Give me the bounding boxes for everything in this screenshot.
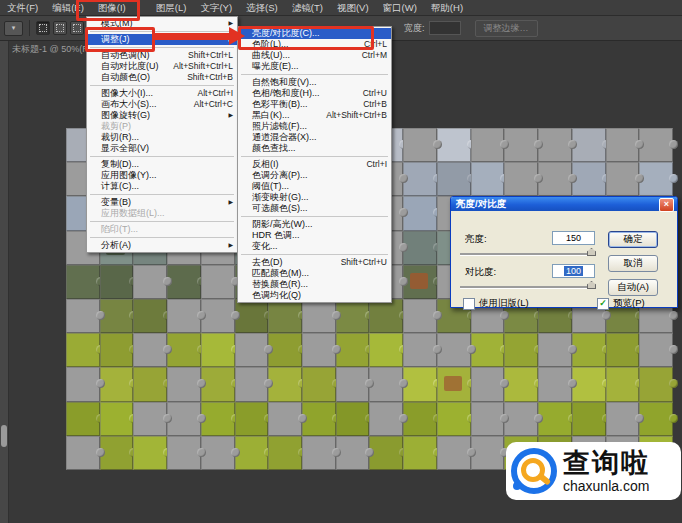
cancel-button[interactable]: 取消 (608, 255, 658, 272)
new-selection-icon[interactable] (36, 21, 50, 35)
use-legacy-label: 使用旧版(L) (479, 297, 529, 310)
menu-item-label: 裁剪(P) (101, 121, 131, 132)
tool-preset-icon[interactable]: ▾ (4, 21, 23, 36)
auto-button[interactable]: 自动(A) (608, 279, 658, 296)
puzzle-piece (572, 333, 606, 367)
menu-item-label: 匹配颜色(M)... (252, 268, 309, 279)
menu-item-label: 反相(I) (252, 159, 279, 170)
puzzle-piece (167, 367, 201, 401)
adjust-submenu-item-21[interactable]: HDR 色调... (238, 230, 391, 241)
dialog-title-bar[interactable]: 亮度/对比度 × (451, 197, 677, 211)
puzzle-piece (369, 436, 403, 470)
puzzle-piece (606, 333, 640, 367)
adjust-submenu-item-20[interactable]: 阴影/高光(W)... (238, 219, 391, 230)
magnifier-icon (511, 448, 557, 494)
refine-edge-button[interactable]: 调整边缘… (475, 20, 538, 37)
adjust-submenu-item-7[interactable]: 色相/饱和度(H)...Ctrl+U (238, 88, 391, 99)
menu-item-shortcut: Alt+Ctrl+C (184, 99, 233, 110)
adjust-submenu-item-3[interactable]: 曲线(U)...Ctrl+M (238, 50, 391, 61)
puzzle-piece (235, 436, 269, 470)
tool-icon[interactable] (1, 425, 7, 447)
puzzle-piece (201, 333, 235, 367)
adjust-submenu-item-6[interactable]: 自然饱和度(V)... (238, 77, 391, 88)
puzzle-piece (133, 436, 167, 470)
preview-checkbox[interactable]: ✓ 预览(P) (597, 297, 645, 310)
image-menu-item-10[interactable]: 画布大小(S)...Alt+Ctrl+C (87, 99, 237, 110)
annotation-arrow (153, 33, 231, 40)
adjust-submenu-item-26[interactable]: 替换颜色(R)... (238, 279, 391, 290)
preview-label: 预览(P) (613, 297, 645, 310)
menu-separator (90, 85, 234, 86)
menu-item-shortcut: Ctrl+B (353, 99, 387, 110)
adjust-submenu-item-8[interactable]: 色彩平衡(B)...Ctrl+B (238, 99, 391, 110)
puzzle-piece (167, 333, 201, 367)
adjust-submenu-item-10[interactable]: 照片滤镜(F)... (238, 121, 391, 132)
puzzle-piece (471, 128, 505, 162)
contrast-slider-thumb[interactable] (587, 281, 596, 289)
image-menu-item-13[interactable]: 裁切(R)... (87, 132, 237, 143)
adjust-submenu-item-25[interactable]: 匹配颜色(M)... (238, 268, 391, 279)
puzzle-piece (100, 299, 134, 333)
menubar-item-7[interactable]: 滤镜(T) (285, 0, 330, 15)
menu-item-label: 裁切(R)... (101, 132, 139, 143)
image-menu-item-6[interactable]: 自动对比度(U)Alt+Shift+Ctrl+L (87, 61, 237, 72)
menubar-item-10[interactable]: 帮助(H) (424, 0, 470, 15)
subtract-selection-icon[interactable] (70, 21, 84, 35)
submenu-arrow-icon: ▶ (228, 240, 233, 251)
watermark-logo[interactable]: 查询啦 chaxunla.com (506, 442, 681, 500)
adjust-submenu-item-9[interactable]: 黑白(K)...Alt+Shift+Ctrl+B (238, 110, 391, 121)
adjust-submenu-item-22[interactable]: 变化... (238, 241, 391, 252)
use-legacy-checkbox[interactable]: 使用旧版(L) (463, 297, 529, 310)
brightness-slider[interactable] (460, 253, 596, 256)
menu-item-label: 阈值(T)... (252, 181, 289, 192)
brightness-input[interactable]: 150 (552, 231, 595, 245)
menu-separator (241, 254, 388, 255)
puzzle-piece (572, 367, 606, 401)
menubar-item-1[interactable]: 文件(F) (0, 0, 45, 15)
puzzle-piece (538, 333, 572, 367)
add-selection-icon[interactable] (53, 21, 67, 35)
menubar-item-6[interactable]: 选择(S) (239, 0, 285, 15)
adjust-submenu-item-15[interactable]: 色调分离(P)... (238, 170, 391, 181)
brightness-slider-thumb[interactable] (587, 248, 596, 256)
image-menu-item-9[interactable]: 图像大小(I)...Alt+Ctrl+I (87, 88, 237, 99)
contrast-slider[interactable] (460, 286, 596, 289)
adjust-submenu-item-16[interactable]: 阈值(T)... (238, 181, 391, 192)
image-menu-item-20[interactable]: 变量(B)▶ (87, 197, 237, 208)
puzzle-piece (606, 162, 640, 196)
puzzle-piece (639, 402, 673, 436)
image-menu-item-14[interactable]: 显示全部(V) (87, 143, 237, 154)
puzzle-piece (100, 367, 134, 401)
image-menu-item-16[interactable]: 复制(D)... (87, 159, 237, 170)
menubar-item-9[interactable]: 窗口(W) (376, 0, 424, 15)
puzzle-piece (66, 367, 100, 401)
menubar-item-8[interactable]: 视图(V) (330, 0, 376, 15)
adjust-submenu-item-17[interactable]: 渐变映射(G)... (238, 192, 391, 203)
image-menu-item-11[interactable]: 图像旋转(G)▶ (87, 110, 237, 121)
image-menu-item-7[interactable]: 自动颜色(O)Shift+Ctrl+B (87, 72, 237, 83)
ok-button[interactable]: 确定 (608, 231, 658, 248)
contrast-input[interactable]: 100 (552, 264, 595, 278)
menu-item-shortcut: Shift+Ctrl+U (331, 257, 387, 268)
close-icon[interactable]: × (659, 198, 674, 212)
adjust-submenu-item-18[interactable]: 可选颜色(S)... (238, 203, 391, 214)
puzzle-piece (606, 402, 640, 436)
menubar-item-5[interactable]: 文字(Y) (193, 0, 239, 15)
width-input[interactable] (429, 21, 461, 35)
menu-item-label: 变化... (252, 241, 278, 252)
menu-item-label: 可选颜色(S)... (252, 203, 308, 214)
image-menu-item-25[interactable]: 分析(A)▶ (87, 240, 237, 251)
adjust-submenu-item-14[interactable]: 反相(I)Ctrl+I (238, 159, 391, 170)
adjust-submenu-item-11[interactable]: 通道混合器(X)... (238, 132, 391, 143)
watermark-domain: chaxunla.com (563, 479, 650, 493)
menu-item-label: 应用数据组(L)... (101, 208, 165, 219)
menubar-item-4[interactable]: 图层(L) (149, 0, 194, 15)
menu-item-label: 分析(A) (101, 240, 131, 251)
image-menu-item-18[interactable]: 计算(C)... (87, 181, 237, 192)
adjust-submenu-item-4[interactable]: 曝光度(E)... (238, 61, 391, 72)
adjust-submenu-item-27[interactable]: 色调均化(Q) (238, 290, 391, 301)
puzzle-piece (369, 402, 403, 436)
adjust-submenu-item-24[interactable]: 去色(D)Shift+Ctrl+U (238, 257, 391, 268)
adjust-submenu-item-12[interactable]: 颜色查找... (238, 143, 391, 154)
image-menu-item-17[interactable]: 应用图像(Y)... (87, 170, 237, 181)
